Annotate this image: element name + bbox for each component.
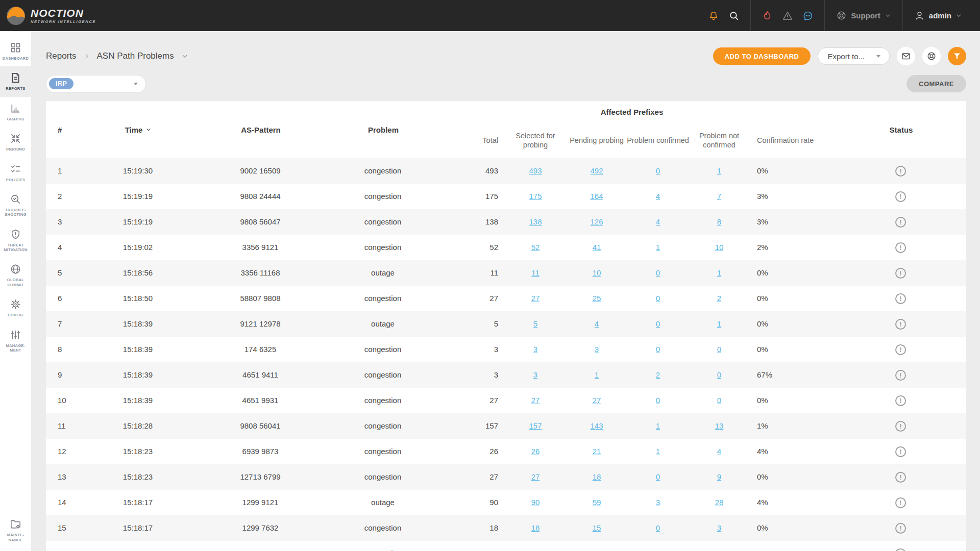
sidebar-item-management[interactable]: MANAGE-MENT — [0, 323, 31, 359]
status-alert-icon[interactable]: ! — [895, 268, 906, 279]
cell-selected-for-probing-link[interactable]: 175 — [529, 192, 542, 201]
cell-problem-confirmed-link[interactable]: 1 — [656, 447, 660, 456]
sidebar-item-policies[interactable]: POLICIES — [0, 158, 31, 188]
cell-problem-not-confirmed-link[interactable]: 7 — [717, 192, 721, 201]
cell-problem-confirmed-link[interactable]: 1 — [656, 421, 660, 430]
cell-problem-confirmed-link[interactable]: 0 — [656, 396, 660, 405]
sidebar-item-troubleshooting[interactable]: TROUBLE-SHOOTING — [0, 188, 31, 223]
cell-selected-for-probing-link[interactable]: 27 — [531, 472, 540, 481]
flame-icon[interactable] — [757, 0, 777, 31]
col-header-total[interactable]: Total — [429, 136, 503, 145]
status-alert-icon[interactable]: ! — [895, 548, 906, 551]
sidebar-item-reports[interactable]: REPORTS — [0, 66, 31, 96]
help-button[interactable] — [922, 47, 941, 65]
cell-pending-probing-link[interactable]: 18 — [593, 472, 601, 481]
search-icon[interactable] — [724, 0, 744, 31]
status-alert-icon[interactable]: ! — [895, 395, 906, 406]
export-dropdown[interactable]: Export to... — [818, 47, 890, 65]
col-header-selected-for-probing[interactable]: Selected for probing — [503, 131, 568, 149]
cell-pending-probing-link[interactable]: 25 — [593, 294, 601, 303]
col-header-as-pattern[interactable]: AS-Pattern — [184, 126, 337, 134]
cell-pending-probing-link[interactable]: 59 — [593, 498, 601, 507]
cell-problem-confirmed-link[interactable]: 0 — [656, 294, 660, 303]
cell-selected-for-probing-link[interactable]: 261 — [529, 549, 542, 551]
cell-pending-probing-link[interactable]: 10 — [593, 268, 601, 277]
cell-problem-confirmed-link[interactable]: 2 — [656, 370, 660, 379]
status-alert-icon[interactable]: ! — [895, 421, 906, 432]
cell-pending-probing-link[interactable]: 1 — [595, 370, 599, 379]
sidebar-item-dashboard[interactable]: DASHBOARD — [0, 36, 31, 66]
status-alert-icon[interactable]: ! — [895, 166, 906, 177]
status-alert-icon[interactable]: ! — [895, 497, 906, 508]
status-alert-icon[interactable]: ! — [895, 344, 906, 355]
cell-pending-probing-link[interactable]: 492 — [590, 166, 603, 175]
cell-problem-confirmed-link[interactable]: 4 — [656, 192, 660, 201]
status-alert-icon[interactable]: ! — [895, 242, 906, 253]
cell-problem-not-confirmed-link[interactable]: 8 — [717, 217, 721, 226]
cell-pending-probing-link[interactable]: 164 — [590, 192, 603, 201]
cell-problem-not-confirmed-link[interactable]: 4 — [717, 549, 721, 551]
cell-selected-for-probing-link[interactable]: 26 — [531, 447, 540, 456]
cell-problem-not-confirmed-link[interactable]: 0 — [717, 370, 721, 379]
filter-button[interactable] — [948, 47, 966, 65]
sidebar-item-inbound[interactable]: INBOUND — [0, 127, 31, 157]
status-alert-icon[interactable]: ! — [895, 446, 906, 457]
compare-button[interactable]: COMPARE — [906, 75, 966, 92]
cell-problem-not-confirmed-link[interactable]: 13 — [715, 421, 724, 430]
cell-pending-probing-link[interactable]: 15 — [593, 523, 601, 532]
status-alert-icon[interactable]: ! — [895, 293, 906, 304]
sidebar-item-maintenance[interactable]: MAINTE-NANCE — [0, 513, 31, 548]
cell-problem-not-confirmed-link[interactable]: 1 — [717, 319, 721, 328]
chevron-down-icon[interactable] — [181, 53, 188, 60]
sidebar-item-config[interactable]: CONFIG — [0, 293, 31, 323]
report-scope-select[interactable]: IRP — [46, 75, 146, 93]
cell-selected-for-probing-link[interactable]: 90 — [531, 498, 540, 507]
cell-pending-probing-link[interactable]: 4 — [595, 319, 599, 328]
cell-problem-confirmed-link[interactable]: 1 — [656, 243, 660, 252]
col-header-status[interactable]: Status — [835, 126, 966, 134]
cell-problem-confirmed-link[interactable]: 0 — [656, 166, 660, 175]
cell-selected-for-probing-link[interactable]: 3 — [533, 370, 537, 379]
cell-selected-for-probing-link[interactable]: 27 — [531, 396, 540, 405]
col-header-confirmation-rate[interactable]: Confirmation rate — [748, 136, 835, 145]
cell-pending-probing-link[interactable]: 27 — [593, 396, 601, 405]
scope-tag-irp[interactable]: IRP — [49, 78, 74, 89]
cell-problem-confirmed-link[interactable]: 0 — [656, 472, 660, 481]
cell-selected-for-probing-link[interactable]: 11 — [531, 268, 540, 277]
status-alert-icon[interactable]: ! — [895, 191, 906, 202]
cell-problem-not-confirmed-link[interactable]: 9 — [717, 472, 721, 481]
cell-problem-confirmed-link[interactable]: 0 — [656, 523, 660, 532]
cell-pending-probing-link[interactable]: 21 — [593, 447, 601, 456]
cell-problem-not-confirmed-link[interactable]: 10 — [715, 243, 724, 252]
cell-problem-confirmed-link[interactable]: 0 — [656, 345, 660, 354]
cell-problem-not-confirmed-link[interactable]: 0 — [717, 345, 721, 354]
cell-selected-for-probing-link[interactable]: 27 — [531, 294, 540, 303]
cell-problem-confirmed-link[interactable]: 4 — [656, 217, 660, 226]
cell-pending-probing-link[interactable]: 257 — [590, 549, 603, 551]
status-alert-icon[interactable]: ! — [895, 319, 906, 330]
cell-problem-not-confirmed-link[interactable]: 0 — [717, 396, 721, 405]
col-header-num[interactable]: # — [46, 126, 92, 134]
cell-problem-confirmed-link[interactable]: 3 — [656, 498, 660, 507]
alert-triangle-icon[interactable] — [777, 0, 798, 31]
col-header-time[interactable]: Time — [92, 126, 184, 134]
sidebar-item-graphs[interactable]: GRAPHS — [0, 97, 31, 127]
cell-problem-confirmed-link[interactable]: 0 — [656, 268, 660, 277]
user-menu[interactable]: admin — [909, 0, 967, 31]
cell-problem-not-confirmed-link[interactable]: 28 — [715, 498, 724, 507]
col-header-problem-not-confirmed[interactable]: Problem not confirmed — [690, 131, 748, 149]
support-menu[interactable]: Support — [831, 0, 896, 31]
brand-logo[interactable]: NOCTION NETWORK INTELLIGENCE — [6, 6, 96, 26]
cell-selected-for-probing-link[interactable]: 52 — [531, 243, 540, 252]
cell-problem-not-confirmed-link[interactable]: 4 — [717, 447, 721, 456]
cell-problem-confirmed-link[interactable]: 0 — [656, 319, 660, 328]
cell-pending-probing-link[interactable]: 3 — [595, 345, 599, 354]
cell-problem-not-confirmed-link[interactable]: 1 — [717, 166, 721, 175]
breadcrumb-reports[interactable]: Reports — [46, 51, 77, 61]
cell-selected-for-probing-link[interactable]: 18 — [531, 523, 540, 532]
sidebar-item-threat-mitigation[interactable]: THREAT MITIGATION — [0, 223, 31, 258]
status-alert-icon[interactable]: ! — [895, 217, 906, 228]
status-alert-icon[interactable]: ! — [895, 472, 906, 483]
status-alert-icon[interactable]: ! — [895, 523, 906, 534]
status-alert-icon[interactable]: ! — [895, 370, 906, 381]
